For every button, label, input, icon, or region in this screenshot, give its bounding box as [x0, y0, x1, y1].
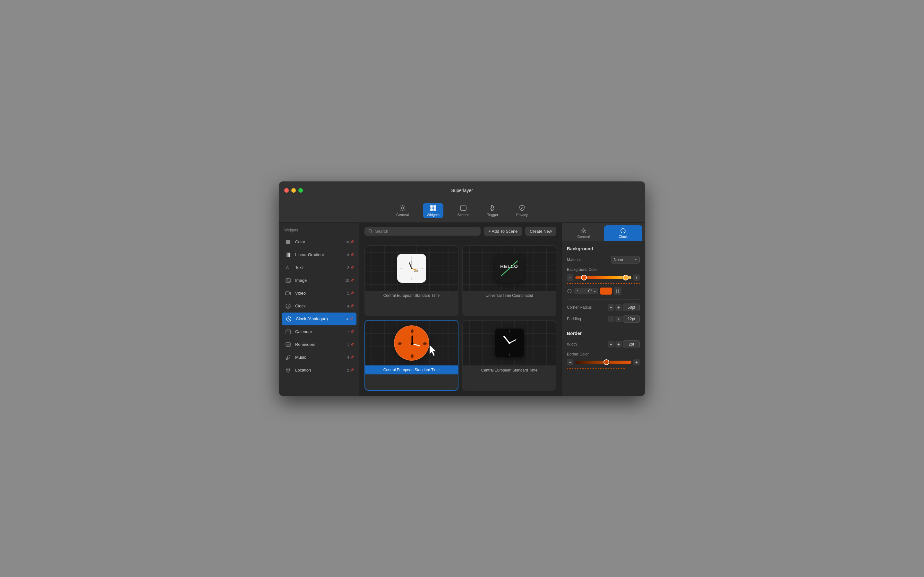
- corner-radius-minus[interactable]: −: [607, 304, 614, 311]
- sidebar-item-count: 2 📌: [347, 266, 354, 269]
- main-content: Widgets Color 10 📌 Linear Gradient 9 📌: [279, 223, 645, 396]
- cursor-indicator: [430, 345, 439, 358]
- sidebar-item-count: 4 📌: [347, 356, 354, 359]
- sidebar-item-reminders[interactable]: Reminders 1 📌: [279, 338, 359, 351]
- sidebar-item-clock[interactable]: 9:42 Clock 4 📌: [279, 300, 359, 313]
- widget-area: + Add To Scene Create New: [359, 223, 561, 396]
- section-border-title: Border: [567, 331, 640, 336]
- sidebar-item-text[interactable]: A Text 2 📌: [279, 261, 359, 274]
- corner-radius-row: Corner Radius − +: [567, 303, 640, 311]
- angle-input[interactable]: [580, 289, 592, 293]
- bg-color-plus[interactable]: +: [633, 274, 640, 281]
- minimize-button[interactable]: [291, 188, 296, 193]
- corner-radius-plus[interactable]: +: [615, 304, 622, 311]
- gear-icon: [581, 228, 586, 234]
- sidebar-item-music[interactable]: Music 4 📌: [279, 351, 359, 364]
- widget-card-label: Universal Time Coordinated: [463, 291, 556, 300]
- panel-content: Background Material None Blur Background…: [562, 241, 645, 396]
- widget-preview-black-clock: [463, 321, 556, 366]
- sidebar-item-location[interactable]: Location 2 📌: [279, 364, 359, 377]
- toolbar-label-widgets: Widgets: [427, 213, 439, 217]
- svg-point-46: [509, 342, 510, 344]
- angle-input-wrap[interactable]: [574, 288, 598, 294]
- grid-view-button[interactable]: [614, 287, 622, 295]
- sidebar-item-color[interactable]: Color 10 📌: [279, 235, 359, 248]
- maximize-button[interactable]: [298, 188, 303, 193]
- panel-tabs: General Clock: [562, 223, 645, 241]
- tab-general[interactable]: General: [564, 226, 603, 241]
- bg-color-thumb-right[interactable]: [623, 275, 628, 280]
- toolbar-item-general[interactable]: General: [393, 203, 413, 218]
- sidebar-item-video[interactable]: Video 1 📌: [279, 287, 359, 300]
- svg-point-33: [411, 354, 414, 358]
- toolbar-item-scenes[interactable]: Scenes: [454, 203, 473, 218]
- border-color-thumb[interactable]: [604, 359, 609, 365]
- traffic-lights: [284, 188, 303, 193]
- border-color-plus[interactable]: +: [633, 359, 640, 366]
- padding-minus[interactable]: −: [607, 316, 614, 322]
- sidebar-item-count: 2 📌: [347, 368, 354, 372]
- tab-clock[interactable]: Clock: [604, 226, 643, 241]
- border-width-minus[interactable]: −: [607, 341, 614, 348]
- padding-input[interactable]: [623, 315, 640, 323]
- image-icon: [284, 277, 292, 284]
- svg-point-18: [289, 358, 290, 359]
- tab-general-label: General: [577, 235, 590, 239]
- sidebar-item-clock-analogue[interactable]: Clock (Analogue) 4 📌: [282, 313, 357, 326]
- sidebar-item-linear-gradient[interactable]: Linear Gradient 9 📌: [279, 248, 359, 261]
- svg-point-29: [411, 268, 412, 269]
- sidebar-item-calendar[interactable]: Calendar 1 📌: [279, 326, 359, 338]
- video-icon: [284, 290, 292, 297]
- svg-rect-1: [430, 205, 433, 208]
- border-width-label: Width: [567, 342, 605, 347]
- create-new-button[interactable]: Create New: [525, 227, 556, 236]
- svg-point-38: [411, 342, 414, 345]
- bg-color-minus[interactable]: −: [567, 274, 573, 281]
- material-field-row: Material None Blur: [567, 256, 640, 263]
- svg-rect-50: [616, 290, 617, 291]
- sidebar-item-label: Location: [295, 367, 344, 372]
- border-gradient-dotted-line: [567, 368, 625, 369]
- close-button[interactable]: [284, 188, 289, 193]
- add-to-scene-button[interactable]: + Add To Scene: [484, 227, 522, 236]
- clock-icon: 9:42: [284, 302, 292, 310]
- background-color-slider-row: − +: [567, 274, 640, 281]
- orange-clock-svg: [395, 326, 430, 361]
- svg-rect-15: [286, 330, 290, 334]
- right-panel: General Clock Background Material: [561, 223, 645, 396]
- toolbar-label-trigger: Trigger: [487, 213, 498, 217]
- gradient-icon: [284, 251, 292, 259]
- svg-rect-2: [433, 205, 436, 208]
- color-preview[interactable]: [600, 287, 612, 295]
- border-width-input[interactable]: [623, 340, 640, 348]
- svg-text:A: A: [286, 265, 289, 270]
- search-input[interactable]: [375, 229, 477, 234]
- sidebar: Widgets Color 10 📌 Linear Gradient 9 📌: [279, 223, 359, 396]
- search-box[interactable]: [365, 227, 481, 235]
- corner-radius-input[interactable]: [623, 303, 640, 311]
- color-icon: [284, 238, 292, 246]
- toolbar: General Widgets Scenes Trigger: [279, 200, 645, 223]
- svg-point-35: [423, 342, 427, 345]
- widget-preview-dark-rounded: HELLO: [463, 246, 556, 291]
- white-clock: 22: [397, 254, 426, 283]
- corner-radius-label: Corner Radius: [567, 305, 605, 309]
- tab-clock-label: Clock: [619, 235, 628, 239]
- bg-color-thumb-left[interactable]: [581, 275, 587, 280]
- toolbar-item-trigger[interactable]: Trigger: [483, 203, 502, 218]
- sidebar-item-image[interactable]: Image 10 📌: [279, 274, 359, 287]
- widget-card-cest[interactable]: 22 Central European Standard Tim: [365, 245, 459, 316]
- sidebar-header: Widgets: [279, 227, 359, 235]
- padding-plus[interactable]: +: [615, 316, 622, 322]
- widget-card-orange[interactable]: Central European Standard Time: [365, 320, 459, 391]
- border-color-minus[interactable]: −: [567, 359, 573, 366]
- hello-clock-svg: HELLO: [495, 254, 524, 283]
- toolbar-item-privacy[interactable]: Privacy: [512, 203, 531, 218]
- toolbar-item-widgets[interactable]: Widgets: [423, 203, 443, 218]
- globe-icon: [567, 288, 572, 293]
- material-select[interactable]: None Blur: [611, 256, 640, 263]
- widget-card-utc[interactable]: HELLO Universal Time Coordinated: [462, 245, 556, 316]
- border-width-plus[interactable]: +: [615, 341, 622, 348]
- gear-icon: [399, 205, 406, 211]
- widget-card-black[interactable]: Central European Standard Time: [462, 320, 556, 391]
